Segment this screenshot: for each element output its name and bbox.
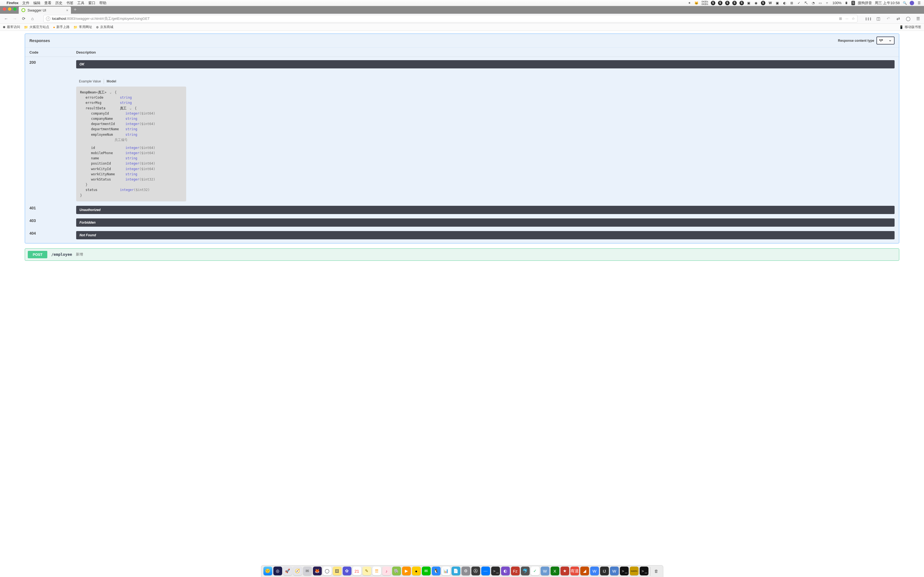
bm-common[interactable]: 📁常用网址 — [73, 25, 92, 29]
wifi-icon[interactable]: 󠀠ᯤ — [825, 1, 830, 5]
close-tab-icon[interactable]: × — [66, 8, 68, 12]
employeeNum-hint: 员工编号 — [80, 137, 183, 143]
bookmarks-bar: ✺最常访问 📁火狐官方站点 ●新手上路 📁常用网址 ⊕京东商城 📱移动版书签 — [0, 24, 924, 31]
chevron-down-icon[interactable]: ⌄ — [128, 106, 132, 110]
reload-button[interactable]: ⟳ — [20, 15, 27, 22]
minimize-window-icon[interactable] — [8, 7, 11, 11]
response-404-code: 404 — [29, 231, 76, 235]
display-icon[interactable]: ▭ — [818, 1, 822, 5]
home-button[interactable]: ⌂ — [29, 15, 36, 22]
forward-button[interactable]: → — [11, 15, 18, 22]
menu-view[interactable]: 查看 — [44, 0, 52, 5]
spotlight-icon[interactable]: 🔍 — [903, 1, 907, 5]
mobile-icon: 📱 — [899, 25, 903, 29]
siri-icon[interactable] — [910, 1, 914, 5]
response-404-row: 404 Not Found — [25, 228, 899, 243]
col-code: Code — [29, 50, 76, 55]
response-200-code: 200 — [29, 60, 76, 64]
response-content-type-select[interactable]: */* — [876, 37, 895, 45]
swagger-favicon-icon — [21, 8, 25, 12]
ime-label[interactable]: 搜狗拼音 — [858, 0, 872, 5]
tab-model[interactable]: Model — [104, 79, 119, 84]
ime-badge[interactable]: S — [851, 1, 855, 5]
op-summary: 新增 — [76, 252, 83, 257]
close-window-icon[interactable] — [3, 7, 6, 11]
menu-help[interactable]: 帮助 — [99, 0, 107, 5]
status-s-3-icon[interactable]: S — [725, 1, 730, 5]
response-403-code: 403 — [29, 218, 76, 223]
macos-menubar: Firefox 文件 编辑 查看 历史 书签 工具 窗口 帮助 ✶ 🐱 0KB/… — [0, 0, 924, 6]
model-box: RespBean«员工» ⌄ { errorCodestring errorMs… — [76, 87, 186, 201]
back-button[interactable]: ← — [3, 15, 9, 22]
status-camera-icon[interactable]: ▣ — [775, 1, 780, 5]
responses-table-head: Code Description — [25, 48, 899, 57]
bm-newbie[interactable]: ●新手上路 — [53, 25, 69, 29]
tab-title: Swagger UI — [27, 8, 46, 12]
customize-icon[interactable]: ⇄ — [895, 15, 901, 22]
status-headphone-icon[interactable]: ◐ — [782, 1, 787, 5]
menu-file[interactable]: 文件 — [22, 0, 29, 5]
wechat-icon[interactable]: ◔ — [811, 1, 816, 5]
model-tabs: Example Value Model — [76, 79, 895, 84]
status-star-icon[interactable]: ◉ — [754, 1, 758, 5]
status-s-2-icon[interactable]: S — [718, 1, 722, 5]
profile-icon[interactable]: ◯ — [905, 15, 911, 22]
status-box-icon[interactable]: ▣ — [746, 1, 751, 5]
menu-edit[interactable]: 编辑 — [33, 0, 40, 5]
opblock-get: Responses Response content type */* Code… — [25, 34, 899, 243]
battery-icon[interactable]: 🔋︎ — [844, 1, 849, 5]
url-bar[interactable]: i localhost:8083/swagger-ui.html#/员工/get… — [44, 15, 858, 23]
menubar-app[interactable]: Firefox — [6, 1, 18, 5]
folder-icon: 📁 — [24, 25, 28, 29]
status-s-4-icon[interactable]: S — [732, 1, 737, 5]
bm-mobile[interactable]: 📱移动版书签 — [899, 25, 921, 29]
page-actions-icon[interactable]: ··· — [845, 16, 848, 21]
menu-history[interactable]: 历史 — [55, 0, 62, 5]
new-tab-button[interactable]: + — [71, 7, 79, 14]
status-tools-icon[interactable]: ⛏ — [804, 1, 808, 5]
tab-strip: Swagger UI × + — [0, 6, 924, 14]
browser-tab[interactable]: Swagger UI × — [19, 6, 71, 14]
bm-jd[interactable]: ⊕京东商城 — [96, 25, 113, 29]
bm-most-visited[interactable]: ✺最常访问 — [3, 25, 20, 29]
response-200-row: 200 OK Example Value Model RespBean«员工» … — [25, 57, 899, 203]
bookmark-star-icon[interactable]: ☆ — [852, 16, 855, 21]
site-info-icon[interactable]: i — [46, 16, 50, 21]
method-badge-post: POST — [28, 251, 47, 258]
globe-icon: ⊕ — [96, 25, 99, 29]
url-host: localhost — [52, 16, 66, 21]
op-path: /employee — [51, 252, 72, 256]
response-403-msg: Forbidden — [76, 218, 895, 227]
response-401-row: 401 Unauthorized — [25, 203, 899, 215]
qr-icon[interactable]: ⊞ — [839, 16, 842, 21]
status-s-1-icon[interactable]: S — [711, 1, 715, 5]
responses-title: Responses — [29, 39, 50, 43]
url-path: :8083/swagger-ui.html#/员工/getEmployeeUsi… — [66, 16, 150, 21]
undo-close-icon[interactable]: ↶ — [885, 15, 892, 22]
menubar-clock[interactable]: 周三 上午10:58 — [875, 0, 900, 5]
status-check-icon[interactable]: ✓ — [797, 1, 801, 5]
status-grid-icon[interactable]: ⊞ — [790, 1, 794, 5]
gear-icon: ✺ — [3, 25, 5, 29]
chevron-down-icon[interactable]: ⌄ — [108, 90, 113, 94]
opblock-post[interactable]: POST /employee 新增 — [25, 248, 899, 261]
library-icon[interactable]: ⫿⫿⫿ — [865, 15, 872, 22]
bm-firefox-hot[interactable]: 📁火狐官方站点 — [24, 25, 49, 29]
status-s-5-icon[interactable]: S — [740, 1, 744, 5]
sidebar-icon[interactable]: ◫ — [875, 15, 882, 22]
menu-bookmarks[interactable]: 书签 — [66, 0, 73, 5]
menu-icon[interactable]: ☰ — [915, 15, 921, 22]
maximize-window-icon[interactable] — [13, 7, 16, 11]
responses-header: Responses Response content type */* — [25, 34, 899, 48]
tab-example-value[interactable]: Example Value — [76, 79, 104, 84]
cat-icon[interactable]: 🐱 — [695, 1, 699, 5]
response-403-row: 403 Forbidden — [25, 215, 899, 228]
status-s-6-icon[interactable]: S — [761, 1, 765, 5]
response-401-code: 401 — [29, 206, 76, 210]
evernote-icon[interactable]: ✶ — [687, 1, 691, 5]
menu-tools[interactable]: 工具 — [77, 0, 84, 5]
status-w-icon[interactable]: W — [768, 1, 772, 5]
notification-center-icon[interactable]: ☰ — [917, 1, 921, 5]
menu-window[interactable]: 窗口 — [88, 0, 95, 5]
response-200-msg: OK — [76, 60, 895, 68]
